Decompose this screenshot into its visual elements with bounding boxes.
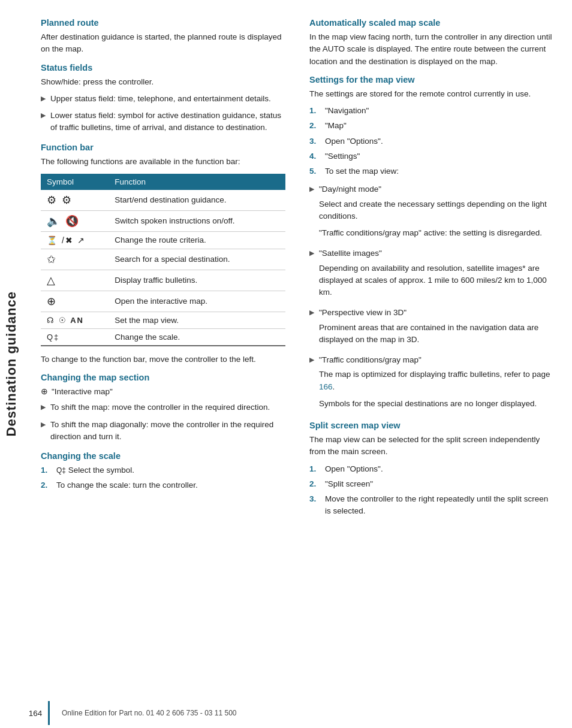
changing-scale-list: Q‡ Select the symbol. To change the scal… — [41, 464, 285, 492]
table-header-function: Function — [109, 174, 285, 190]
item-text: "Map" — [325, 120, 347, 132]
table-row: ⚙ ⚙ Start/end destination guidance. — [41, 190, 285, 211]
table-row: ☊ ☉ AN Set the map view. — [41, 312, 285, 328]
list-item: ▶ Lower status field: symbol for active … — [41, 110, 285, 134]
status-fields-title: Status fields — [41, 63, 285, 73]
sub-section-perspective: ▶ "Perspective view in 3D" Prominent are… — [309, 307, 554, 351]
sidebar: Destination guidance — [0, 0, 23, 728]
bullet-triangle: ▶ — [309, 184, 314, 194]
split-screen-body: The map view can be selected for the spl… — [309, 434, 554, 458]
symbol-cell: ⊕ — [41, 291, 109, 312]
bullet-triangle: ▶ — [309, 248, 314, 258]
table-row: ⊕ Open the interactive map. — [41, 291, 285, 312]
sub-section-satellite: ▶ "Satellite images" Depending on availa… — [309, 247, 554, 303]
bullet-text: Lower status field: symbol for active de… — [50, 110, 285, 134]
symbol-cell: ⏳ /✖ ↗ — [41, 231, 109, 249]
list-item: Move the controller to the right repeate… — [309, 493, 554, 518]
split-screen-title: Split screen map view — [309, 421, 554, 430]
right-column: Automatically scaled map scale In the ma… — [309, 18, 554, 526]
table-header-symbol: Symbol — [41, 174, 109, 190]
table-row: △ Display traffic bulletins. — [41, 270, 285, 291]
sub-para: Symbols for the special destinations are… — [319, 398, 554, 410]
table-row: Q‡ Change the scale. — [41, 328, 285, 346]
sub-section-label: "Perspective view in 3D" — [319, 307, 554, 319]
sub-section-content: "Traffic conditions/gray map" The map is… — [319, 354, 554, 415]
status-fields-intro: Show/hide: press the controller. — [41, 76, 285, 88]
function-cell: Open the interactive map. — [109, 291, 285, 312]
planned-route-title: Planned route — [41, 18, 285, 28]
changing-scale-title: Changing the scale — [41, 451, 285, 461]
bullet-text: To shift the map diagonally: move the co… — [50, 419, 285, 443]
auto-scale-body: In the map view facing north, turn the c… — [309, 31, 554, 68]
bullet-text: To shift the map: move the controller in… — [50, 401, 270, 413]
list-item: To set the map view: — [309, 165, 554, 177]
function-bar-title: Function bar — [41, 143, 285, 152]
sub-section-content: "Satellite images" Depending on availabi… — [319, 247, 554, 303]
section-function-bar: Function bar The following functions are… — [41, 143, 285, 371]
list-item: Q‡ Select the symbol. — [41, 464, 285, 476]
planned-route-body: After destination guidance is started, t… — [41, 31, 285, 56]
sub-section-daynight: ▶ "Day/night mode" Select and create the… — [309, 183, 554, 244]
bullet-triangle: ▶ — [309, 355, 314, 365]
list-item: "Settings" — [309, 150, 554, 162]
section-planned-route: Planned route After destination guidance… — [41, 18, 285, 61]
section-auto-scale: Automatically scaled map scale In the ma… — [309, 18, 554, 73]
bullet-triangle: ▶ — [41, 110, 46, 120]
sub-section-content: "Perspective view in 3D" Prominent areas… — [319, 307, 554, 351]
list-item: Open "Options". — [309, 463, 554, 475]
changing-map-list: ▶ To shift the map: move the controller … — [41, 401, 285, 443]
sub-section-content: "Day/night mode" Select and create the n… — [319, 183, 554, 244]
sub-para: Prominent areas that are contained in th… — [319, 322, 554, 346]
sub-section-label: "Day/night mode" — [319, 183, 554, 195]
sub-section-label: "Satellite images" — [319, 247, 554, 259]
list-item: ▶ Upper status field: time, telephone, a… — [41, 93, 285, 105]
bullet-triangle: ▶ — [41, 93, 46, 104]
list-item-text: To change the scale: turn the controller… — [56, 479, 198, 491]
interactive-map-label: "Interactive map" — [52, 386, 113, 398]
function-bar-body: The following functions are available in… — [41, 156, 285, 168]
function-table: Symbol Function ⚙ ⚙ Start/end destinatio… — [41, 174, 285, 346]
list-item: "Map" — [309, 120, 554, 132]
item-text: To set the map view: — [325, 165, 399, 177]
function-cell: Set the map view. — [109, 312, 285, 328]
section-status-fields: Status fields Show/hide: press the contr… — [41, 63, 285, 140]
footer-divider — [48, 701, 50, 725]
function-cell: Display traffic bulletins. — [109, 270, 285, 291]
split-screen-list: Open "Options". "Split screen" Move the … — [309, 463, 554, 518]
footer: 164 Online Edition for Part no. 01 40 2 … — [0, 698, 572, 728]
left-column: Planned route After destination guidance… — [41, 18, 285, 526]
section-split-screen: Split screen map view The map view can b… — [309, 421, 554, 524]
page-number: 164 — [0, 709, 48, 718]
interactive-map-item: ⊕ "Interactive map" — [41, 386, 285, 398]
changing-map-title: Changing the map section — [41, 373, 285, 382]
symbol-cell: ☊ ☉ AN — [41, 312, 109, 328]
section-changing-scale: Changing the scale Q‡ Select the symbol.… — [41, 451, 285, 498]
item-text: "Settings" — [325, 150, 360, 162]
sub-para: The map is optimized for displaying traf… — [319, 368, 554, 393]
list-item: Open "Options". — [309, 135, 554, 147]
footer-text: Online Edition for Part no. 01 40 2 606 … — [62, 709, 237, 717]
auto-scale-title: Automatically scaled map scale — [309, 18, 554, 28]
function-bar-footer: To change to the function bar, move the … — [41, 354, 285, 365]
bullet-triangle: ▶ — [309, 307, 314, 318]
symbol-cell: △ — [41, 270, 109, 291]
list-item-text: Q‡ Select the symbol. — [56, 464, 134, 476]
table-row: ✩ Search for a special destination. — [41, 249, 285, 270]
sub-para: "Traffic conditions/gray map" active: th… — [319, 227, 554, 239]
sub-para: Select and create the necessary settings… — [319, 198, 554, 223]
bullet-text: Upper status field: time, telephone, and… — [50, 93, 271, 105]
function-cell: Change the route criteria. — [109, 231, 285, 249]
item-text: Open "Options". — [325, 135, 383, 147]
function-cell: Start/end destination guidance. — [109, 190, 285, 211]
sidebar-label: Destination guidance — [4, 291, 19, 436]
settings-map-intro: The settings are stored for the remote c… — [309, 88, 554, 100]
table-row: 🔈 🔇 Switch spoken instructions on/off. — [41, 210, 285, 231]
sub-section-traffic: ▶ "Traffic conditions/gray map" The map … — [309, 354, 554, 415]
symbol-cell: Q‡ — [41, 328, 109, 346]
item-text: Open "Options". — [325, 463, 383, 475]
page-link[interactable]: 166 — [319, 382, 333, 391]
settings-map-list: "Navigation" "Map" Open "Options". "Sett… — [309, 105, 554, 177]
item-text: "Split screen" — [325, 478, 373, 490]
symbol-cell: ✩ — [41, 249, 109, 270]
symbol-cell: 🔈 🔇 — [41, 210, 109, 231]
